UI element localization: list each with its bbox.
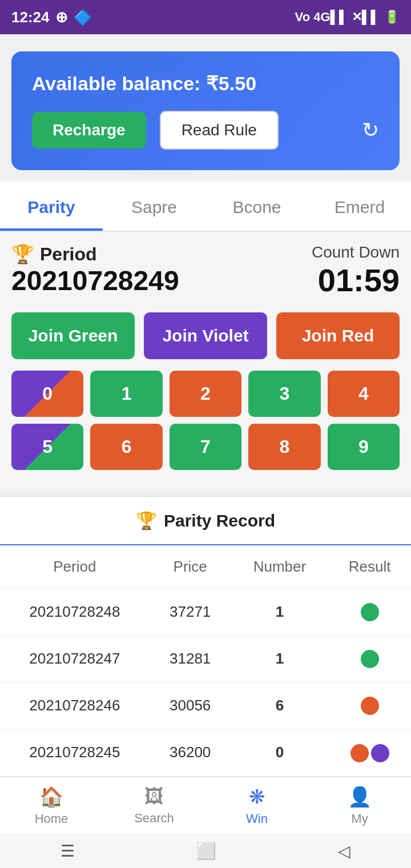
tab-sapre[interactable]: Sapre (103, 182, 206, 231)
android-home-icon[interactable]: ⬜ (196, 842, 216, 861)
balance-title: Available balance: ₹5.50 (32, 72, 379, 95)
nav-search-label: Search (134, 811, 174, 826)
table-row: 20210728246 30056 6 (0, 682, 411, 729)
row-number: 1 (231, 636, 329, 682)
nav-win-label: Win (246, 811, 268, 826)
nav-home[interactable]: 🏠 Home (0, 785, 103, 826)
row-result (328, 729, 411, 776)
tab-parity[interactable]: Parity (0, 182, 103, 231)
trophy-icon: 🏆 (11, 243, 34, 265)
col-number: Number (231, 545, 329, 589)
battery-icon: 🔋 (384, 10, 400, 25)
parity-record-title: Parity Record (164, 511, 275, 531)
number-button-5[interactable]: 5 (11, 424, 83, 470)
number-button-3[interactable]: 3 (248, 371, 320, 417)
status-bar: 12:24 ⊕ 🔷 Vo 4G▌▌ ✕▌▌ 🔋 (0, 0, 411, 34)
search-icon: 🖼 (144, 785, 164, 807)
tab-bcone[interactable]: Bcone (206, 182, 308, 231)
period-label: 🏆 Period (11, 243, 179, 265)
bottom-nav: 🏠 Home 🖼 Search ❋ Win 👤 My (0, 777, 411, 834)
number-button-1[interactable]: 1 (90, 371, 162, 417)
join-violet-button[interactable]: Join Violet (144, 312, 267, 359)
join-buttons: Join Green Join Violet Join Red (11, 312, 400, 359)
row-period: 20210728246 (0, 682, 150, 729)
number-button-8[interactable]: 8 (248, 424, 320, 470)
join-red-button[interactable]: Join Red (276, 312, 400, 359)
nav-home-label: Home (35, 811, 68, 826)
col-result: Result (328, 545, 411, 589)
time: 12:24 (11, 9, 50, 26)
number-button-6[interactable]: 6 (90, 424, 162, 470)
parity-record-header: 🏆 Parity Record (0, 496, 411, 545)
row-price: 31281 (150, 636, 231, 682)
signal-icons: Vo 4G▌▌ ✕▌▌ (295, 10, 380, 25)
row-price: 37271 (150, 589, 231, 636)
home-icon: 🏠 (39, 785, 63, 808)
android-menu-icon[interactable]: ☰ (61, 842, 75, 861)
row-period: 20210728248 (0, 589, 150, 636)
tabs: Parity Sapre Bcone Emerd (0, 182, 411, 232)
row-price: 30056 (150, 682, 231, 729)
android-nav: ☰ ⬜ ◁ (0, 834, 411, 868)
wifi-icon: ⊕ (55, 9, 68, 26)
read-rule-button[interactable]: Read Rule (160, 111, 279, 150)
table-row: 20210728247 31281 1 (0, 636, 411, 682)
col-price: Price (150, 545, 231, 589)
row-number: 1 (231, 589, 329, 636)
my-icon: 👤 (348, 785, 372, 808)
number-button-9[interactable]: 9 (328, 424, 400, 470)
app-icon: 🔷 (74, 9, 92, 26)
join-green-button[interactable]: Join Green (11, 312, 135, 359)
nav-win[interactable]: ❋ Win (206, 785, 308, 826)
nav-my-label: My (351, 811, 368, 826)
countdown-label: Count Down (312, 243, 400, 262)
row-number: 6 (231, 682, 329, 729)
table-row: 20210728248 37271 1 (0, 589, 411, 636)
android-back-icon[interactable]: ◁ (338, 842, 350, 861)
number-button-7[interactable]: 7 (170, 424, 241, 470)
balance-card: Available balance: ₹5.50 Recharge Read R… (11, 51, 400, 170)
table-row: 20210728245 36200 0 (0, 729, 411, 776)
countdown-time: 01:59 (312, 262, 400, 299)
row-result (328, 636, 411, 682)
row-period: 20210728247 (0, 636, 150, 682)
game-area: 🏆 Period 20210728249 Count Down 01:59 Jo… (0, 232, 411, 491)
col-period: Period (0, 545, 150, 589)
number-grid: 0 1 2 3 4 5 6 7 8 9 (11, 371, 400, 470)
row-number: 0 (231, 729, 329, 776)
row-price: 36200 (150, 729, 231, 776)
row-result (328, 589, 411, 636)
period-row: 🏆 Period 20210728249 Count Down 01:59 (11, 243, 400, 299)
number-button-4[interactable]: 4 (328, 371, 400, 417)
win-icon: ❋ (249, 785, 265, 808)
record-trophy-icon: 🏆 (136, 511, 157, 531)
number-button-0[interactable]: 0 (11, 371, 83, 417)
recharge-button[interactable]: Recharge (32, 112, 146, 148)
nav-search[interactable]: 🖼 Search (103, 785, 206, 826)
tab-emerd[interactable]: Emerd (308, 182, 411, 231)
period-number: 20210728249 (11, 265, 179, 296)
number-button-2[interactable]: 2 (170, 371, 241, 417)
row-result (328, 682, 411, 729)
refresh-icon[interactable]: ↻ (362, 118, 379, 142)
nav-my[interactable]: 👤 My (308, 785, 411, 826)
row-period: 20210728245 (0, 729, 150, 776)
